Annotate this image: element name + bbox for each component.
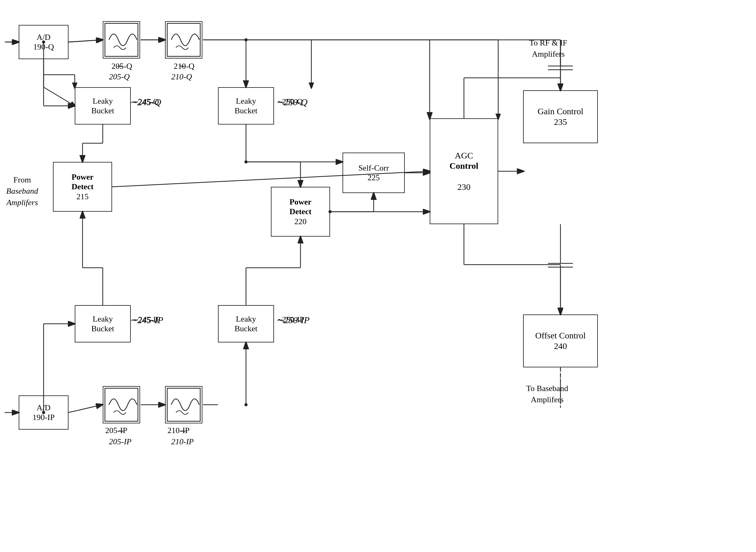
svg-rect-14 [167,23,200,56]
filter-205ip [103,386,140,423]
ad-q-label: A/D190-Q [33,32,54,52]
tilde-250q: ∼250-Q [276,96,307,108]
label-to-rf: To RF & IFAmplifers [529,37,567,60]
svg-point-40 [244,160,248,163]
power-detect-215: PowerDetect215 [53,162,112,212]
filter-210q [165,21,203,58]
power-detect-220-label: PowerDetect220 [289,197,312,226]
gain-control-235-label: Gain Control235 [538,106,584,127]
svg-point-27 [244,38,248,41]
leaky-bucket-ip-right: LeakyBucket [218,305,274,342]
self-corr-225: Self-Corr225 [343,153,405,193]
filter-205ip-symbol [104,388,139,422]
svg-rect-15 [105,388,138,421]
gain-control-235: Gain Control235 [523,90,598,143]
connection-lines [0,0,756,552]
filter-205q-label: ∼205-Q [109,61,130,82]
offset-control-240-label: Offset Control240 [535,330,586,351]
filter-205ip-label: ∼205-IP [109,426,131,447]
filter-210q-symbol [166,23,201,57]
filter-210ip-label: ∼210-IP [171,426,194,447]
label-from-baseband: FromBasebandAmplifers [6,174,38,208]
svg-point-62 [244,403,248,406]
agc-control-230-label: AGCControl230 [450,150,479,192]
filter-210ip-symbol [166,388,201,422]
power-detect-215-label: PowerDetect215 [72,172,94,201]
power-detect-220: PowerDetect220 [271,187,330,237]
tilde-245q: ∼245-Q [130,96,161,108]
leaky-bucket-q-right: LeakyBucket [218,87,274,125]
tilde-250ip: ∼250-IP [276,314,309,326]
diagram: A/D190-Q LeakyBucket LeakyBucket PowerDe… [0,0,756,552]
agc-control-230: AGCControl230 [430,118,498,224]
leaky-bucket-ip-left-label: LeakyBucket [91,314,114,333]
svg-line-58 [69,405,102,413]
svg-line-3 [69,40,102,42]
ad-ip-block: A/D190-IP [19,395,69,430]
leaky-bucket-q-left-label: LeakyBucket [91,96,114,116]
svg-line-10 [43,87,75,106]
leaky-bucket-q-left: LeakyBucket [75,87,131,125]
svg-line-20 [69,40,102,42]
leaky-bucket-q-right-label: LeakyBucket [235,96,257,116]
filter-205q-symbol [104,23,139,57]
leaky-bucket-ip-right-label: LeakyBucket [235,314,257,333]
ad-q-block: A/D190-Q [19,25,69,59]
tilde-245ip: ∼245-IP [130,314,163,326]
self-corr-225-label: Self-Corr225 [358,163,389,182]
svg-rect-16 [167,388,200,421]
filter-210q-label: ∼210-Q [171,61,192,82]
ad-ip-label: A/D190-IP [33,403,55,422]
wiring-svg [0,0,756,552]
filter-205q [103,21,140,58]
leaky-bucket-ip-left: LeakyBucket [75,305,131,342]
offset-control-240: Offset Control240 [523,314,598,367]
svg-rect-13 [105,23,138,56]
label-to-baseband: To BasebandAmplifers [526,383,568,406]
filter-210ip [165,386,203,423]
